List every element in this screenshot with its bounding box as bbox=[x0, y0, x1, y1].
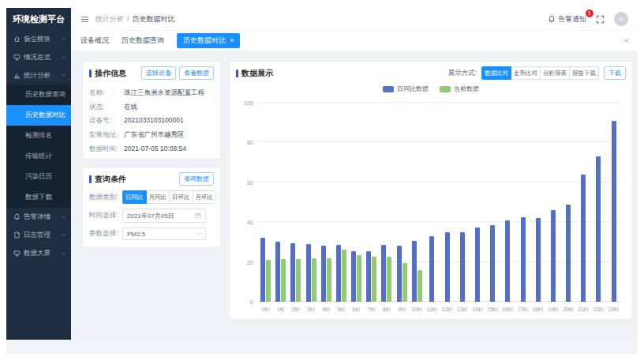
sidebar-item-log-management[interactable]: 日志管理 bbox=[6, 226, 71, 244]
bar-group bbox=[288, 103, 303, 302]
download-button[interactable]: 下载 bbox=[604, 66, 626, 80]
bar-series-1 bbox=[521, 217, 526, 302]
chevron-down-icon[interactable] bbox=[623, 37, 630, 44]
avatar[interactable]: A bbox=[614, 12, 628, 26]
chart-icon bbox=[13, 72, 21, 79]
legend-item-2[interactable]: 当前数据 bbox=[440, 85, 479, 93]
legend-item-1[interactable]: 日同比数据 bbox=[383, 85, 429, 93]
sidebar-item-dust-module[interactable]: 扬尘模块 bbox=[6, 30, 71, 48]
bell-icon bbox=[548, 15, 556, 23]
x-axis-label: 6时 bbox=[349, 304, 364, 314]
menu-collapse-icon[interactable] bbox=[80, 15, 89, 24]
bar-series-1 bbox=[596, 156, 601, 302]
y-axis-label: 20 bbox=[236, 258, 253, 265]
bar-group bbox=[470, 103, 485, 302]
category-month-mom[interactable]: 月环比 bbox=[193, 190, 217, 204]
bar-series-2 bbox=[312, 258, 316, 302]
display-mode-label: 展示方式: bbox=[448, 69, 477, 78]
bar-group bbox=[425, 103, 440, 302]
tab-label: 设备概况 bbox=[80, 36, 109, 46]
x-axis-label: 3时 bbox=[304, 304, 319, 314]
file-icon bbox=[13, 231, 21, 239]
view-data-button[interactable]: 查看数据 bbox=[179, 66, 214, 80]
tab-history-data-compare[interactable]: 历史数据对比× bbox=[177, 33, 240, 48]
query-data-button[interactable]: 查询数据 bbox=[179, 172, 214, 186]
info-row-install-address: 安装地址:广东省广州市越秀区 bbox=[89, 130, 214, 139]
legend-swatch bbox=[383, 86, 394, 92]
x-axis-label: 21时 bbox=[576, 304, 591, 314]
x-axis-label: 14时 bbox=[470, 304, 485, 314]
category-day-mom[interactable]: 日环比 bbox=[170, 190, 193, 204]
category-row: 数据类别: 日同比月同比日环比月环比 bbox=[89, 190, 214, 204]
mode-report-download[interactable]: 报告下载 bbox=[570, 66, 599, 80]
mode-analysis-report[interactable]: 分析报表 bbox=[541, 66, 570, 80]
sidebar-item-transmission-stats[interactable]: 传输统计 bbox=[6, 146, 71, 167]
y-axis-label: 40 bbox=[236, 219, 253, 226]
mode-data-compare[interactable]: 数据比对 bbox=[481, 66, 511, 80]
top-bar: 统计分析 / 历史数据对比 告警通知 1 A bbox=[71, 8, 638, 30]
x-axis-label: 2时 bbox=[288, 304, 303, 314]
bar-group bbox=[455, 103, 470, 302]
bar-group bbox=[576, 103, 591, 302]
mode-trend-compare[interactable]: 走势比对 bbox=[511, 66, 541, 80]
sidebar-item-overview[interactable]: 情况总览 bbox=[6, 48, 71, 66]
y-axis-label: 0 bbox=[236, 299, 253, 306]
operation-info-card: 操作信息 选择设备 查看数据 名称:珠江三角洲水资源配置工程状态:在线设备号:2… bbox=[82, 61, 221, 160]
x-axis-label: 17时 bbox=[515, 304, 530, 314]
x-axis-label: 0时 bbox=[258, 304, 273, 314]
x-axis-label: 23时 bbox=[606, 304, 621, 314]
sidebar-item-data-screen[interactable]: 数据大屏 bbox=[6, 244, 71, 262]
bar-series-1 bbox=[321, 246, 326, 302]
notification-button[interactable]: 告警通知 1 bbox=[548, 14, 586, 24]
select-device-button[interactable]: 选择设备 bbox=[141, 66, 176, 80]
sidebar-item-detection-ranking[interactable]: 检测排名 bbox=[6, 126, 71, 146]
sidebar-item-alarm-details[interactable]: 告警详情 bbox=[6, 208, 71, 226]
sidebar-item-pollution-calendar[interactable]: 污染日历 bbox=[6, 167, 71, 187]
sidebar-item-data-download[interactable]: 数据下载 bbox=[6, 187, 71, 208]
query-conditions-buttons: 查询数据 bbox=[179, 172, 214, 186]
sidebar-item-history-data-compare[interactable]: 历史数据对比 bbox=[6, 105, 71, 126]
content-area: 操作信息 选择设备 查看数据 名称:珠江三角洲水资源配置工程状态:在线设备号:2… bbox=[71, 51, 638, 340]
category-month-yoy[interactable]: 月同比 bbox=[147, 190, 170, 204]
bar-series-1 bbox=[275, 242, 280, 302]
y-axis-label: 60 bbox=[236, 179, 253, 186]
tab-history-data-query[interactable]: 历史数据查询 bbox=[122, 36, 164, 46]
bar-group bbox=[273, 103, 288, 302]
data-display-title-text: 数据展示 bbox=[242, 68, 273, 79]
info-label: 状态: bbox=[89, 103, 124, 111]
close-icon[interactable]: × bbox=[230, 37, 234, 44]
chevron-down-icon bbox=[195, 231, 201, 237]
info-value: 广东省广州市越秀区 bbox=[124, 130, 214, 139]
breadcrumb-section[interactable]: 统计分析 bbox=[95, 14, 124, 24]
sidebar-item-history-data-query[interactable]: 历史数据查询 bbox=[6, 85, 71, 105]
info-row-status: 状态:在线 bbox=[89, 103, 214, 111]
breadcrumb-separator: / bbox=[127, 15, 129, 23]
x-axis-label: 16时 bbox=[500, 304, 515, 314]
category-day-yoy[interactable]: 日同比 bbox=[122, 190, 147, 204]
param-select[interactable]: PM2.5 bbox=[122, 228, 206, 240]
bar-group bbox=[530, 103, 545, 302]
sidebar-item-label: 情况总览 bbox=[24, 53, 58, 62]
operation-info-title-text: 操作信息 bbox=[95, 68, 126, 79]
legend-label: 当前数据 bbox=[454, 85, 479, 93]
info-value: 珠江三角洲水资源配置工程 bbox=[124, 88, 214, 97]
bar-series-1 bbox=[612, 121, 616, 302]
tab-label: 历史数据查询 bbox=[122, 36, 164, 46]
y-axis-label: 80 bbox=[236, 139, 253, 146]
bar-group bbox=[591, 103, 606, 302]
title-marker bbox=[236, 70, 238, 77]
tab-device-overview[interactable]: 设备概况 bbox=[80, 36, 109, 46]
chart: 020406080100 0时1时2时3时4时5时6时7时8时9时10时11时1… bbox=[236, 98, 624, 314]
category-label: 数据类别: bbox=[89, 193, 122, 202]
bar-series-1 bbox=[366, 251, 371, 302]
sidebar-menu: 扬尘模块情况总览统计分析历史数据查询历史数据对比检测排名传输统计污染日历数据下载… bbox=[6, 30, 71, 262]
query-conditions-card: 查询条件 查询数据 数据类别: 日同比月同比日环比月环比 时间选择: bbox=[82, 167, 221, 248]
page-footer-strip bbox=[6, 340, 638, 354]
operation-info-fields: 名称:珠江三角洲水资源配置工程状态:在线设备号:2021033103100001… bbox=[83, 88, 220, 159]
chevron-down-icon bbox=[61, 36, 66, 42]
info-row-device-no: 设备号:2021033103100001 bbox=[89, 116, 214, 125]
operation-info-title: 操作信息 bbox=[89, 68, 126, 79]
sidebar-item-statistics[interactable]: 统计分析 bbox=[6, 66, 71, 85]
fullscreen-icon[interactable] bbox=[596, 15, 605, 24]
date-input[interactable]: 2021年07月05日 bbox=[122, 209, 206, 223]
